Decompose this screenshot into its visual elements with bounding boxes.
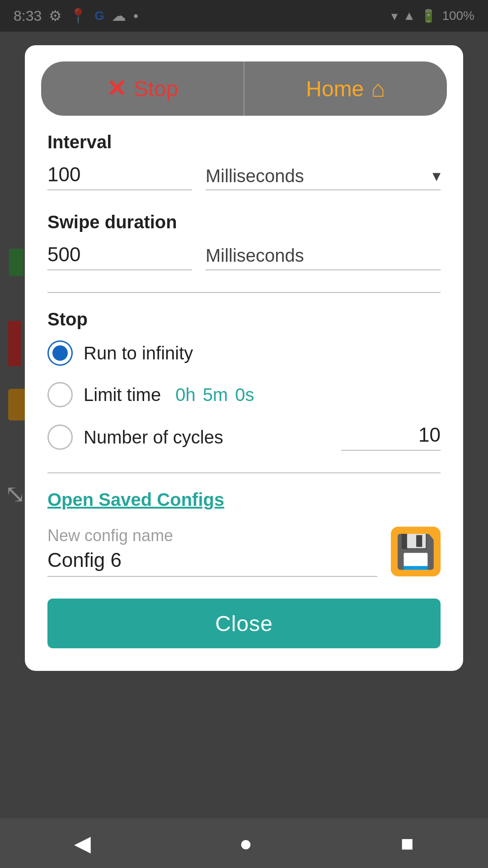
interval-input[interactable]	[47, 163, 192, 190]
swipe-duration-section: Swipe duration Milliseconds	[47, 212, 441, 270]
dialog-card: ✕ Stop Home ⌂ Interval Milliseconds Seco…	[25, 45, 463, 671]
interval-row: Milliseconds Seconds Minutes ▾	[47, 163, 441, 190]
divider-2	[47, 472, 441, 473]
interval-unit-select[interactable]: Milliseconds Seconds Minutes	[206, 166, 428, 186]
home-label: Home	[306, 76, 364, 101]
unit-select-wrapper: Milliseconds Seconds Minutes ▾	[206, 166, 441, 190]
cycles-input[interactable]	[341, 424, 441, 451]
x-icon: ✕	[107, 75, 127, 102]
config-name-value[interactable]: Config 6	[47, 549, 377, 577]
swipe-duration-label: Swipe duration	[47, 212, 441, 232]
config-name-placeholder: New config name	[47, 526, 377, 545]
save-config-button[interactable]: 💾	[391, 527, 441, 576]
interval-section: Interval Milliseconds Seconds Minutes ▾	[47, 132, 441, 190]
home-icon: ⌂	[371, 75, 385, 102]
stop-button[interactable]: ✕ Stop	[41, 61, 244, 116]
divider-1	[47, 292, 441, 293]
swipe-unit-label: Milliseconds	[206, 245, 441, 270]
nav-bar: ◀ ● ■	[0, 818, 488, 868]
nav-back-button[interactable]: ◀	[74, 830, 91, 856]
close-button[interactable]: Close	[47, 599, 441, 648]
config-name-section: New config name Config 6 💾	[47, 526, 441, 577]
stop-section: Stop Run to infinity Limit time 0h 5m 0s	[47, 309, 441, 451]
radio-circle-infinity	[47, 340, 73, 366]
save-floppy-icon: 💾	[395, 533, 436, 571]
chevron-down-icon: ▾	[432, 166, 441, 185]
open-configs-link[interactable]: Open Saved Configs	[47, 490, 441, 510]
limit-time-values: 0h 5m 0s	[175, 385, 254, 405]
config-name-inner: New config name Config 6	[47, 526, 377, 577]
radio-label-limit: Limit time	[84, 385, 161, 405]
nav-recent-button[interactable]: ■	[401, 831, 414, 856]
config-name-row: New config name Config 6 💾	[47, 526, 441, 577]
limit-seconds: 0s	[235, 385, 254, 405]
radio-label-infinity: Run to infinity	[84, 343, 193, 363]
radio-circle-cycles	[47, 425, 73, 450]
radio-run-infinity[interactable]: Run to infinity	[47, 340, 441, 366]
radio-label-cycles: Number of cycles	[84, 427, 223, 448]
interval-label: Interval	[47, 132, 441, 152]
radio-inner-infinity	[52, 345, 68, 361]
radio-limit-time[interactable]: Limit time 0h 5m 0s	[47, 382, 441, 407]
dialog-top-bar: ✕ Stop Home ⌂	[41, 61, 447, 116]
radio-cycles[interactable]: Number of cycles	[47, 424, 441, 451]
swipe-duration-input[interactable]	[47, 243, 192, 270]
stop-label: Stop	[47, 309, 441, 330]
swipe-row: Milliseconds	[47, 243, 441, 270]
limit-minutes: 5m	[203, 385, 228, 405]
nav-home-button[interactable]: ●	[239, 831, 252, 856]
cycles-row: Number of cycles	[84, 424, 441, 451]
limit-hours: 0h	[175, 385, 196, 405]
dialog-body: Interval Milliseconds Seconds Minutes ▾ …	[25, 132, 463, 671]
home-button[interactable]: Home ⌂	[244, 61, 447, 116]
radio-circle-limit	[47, 382, 73, 407]
stop-label: Stop	[134, 76, 178, 101]
